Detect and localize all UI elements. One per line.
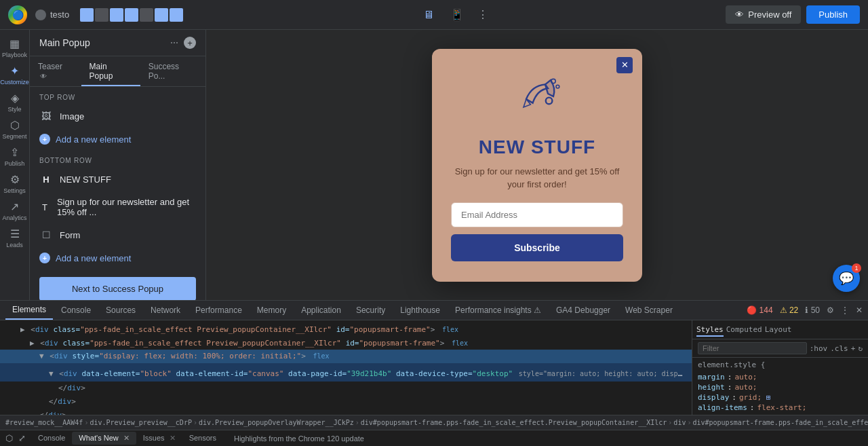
add-top-row-label: Add a new element <box>56 134 131 145</box>
sidebar-item-settings[interactable]: ⚙ Settings <box>3 171 27 196</box>
main-area: ▦ Playbook ✦ Customize ◈ Style ⬡ Segment… <box>0 30 868 300</box>
styles-tab-styles[interactable]: Styles <box>696 325 724 337</box>
html-line-5: </div> <box>0 382 692 395</box>
styles-tab-layout[interactable]: Layout <box>765 325 792 337</box>
html-line-3[interactable]: ▼ <div style="display: flex; width: 100%… <box>0 350 692 363</box>
popup-close-button[interactable]: ✕ <box>616 57 633 73</box>
devtools-tab-performance[interactable]: Performance <box>189 301 249 319</box>
next-to-success-popup-button[interactable]: Next to Success Popup <box>39 277 196 300</box>
devtools-tab-perf-insights[interactable]: Performance insights ⚠ <box>448 301 548 319</box>
path-item-0[interactable]: #review_mock__AAW4f <box>5 419 83 426</box>
styles-filter-cls[interactable]: .cls <box>830 344 848 353</box>
add-top-row-icon: + <box>39 134 50 145</box>
sidebar-item-leads[interactable]: ☰ Leads <box>3 225 27 250</box>
devtools-warning-badge: ⚠ 22 <box>780 305 799 315</box>
layout-btn-7[interactable] <box>170 8 183 22</box>
sidebar-item-analytics[interactable]: ↗ Analytics <box>3 198 27 223</box>
path-item-4[interactable]: div <box>673 419 686 426</box>
add-top-row-element[interactable]: + Add a new element <box>30 128 205 150</box>
layout-btn-3[interactable] <box>110 8 123 22</box>
close-whats-new[interactable]: ✕ <box>123 434 130 442</box>
sidebar-label-settings: Settings <box>3 187 26 194</box>
popup-subtitle: Sign up for our newsletter and get 15% o… <box>451 165 623 191</box>
panel-item-heading[interactable]: H NEW STUFF <box>30 167 205 191</box>
popup-email-input[interactable] <box>451 202 623 227</box>
icon-sidebar: ▦ Playbook ✦ Customize ◈ Style ⬡ Segment… <box>0 30 30 300</box>
close-issues[interactable]: ✕ <box>170 434 176 442</box>
devtools-info-badge: ℹ 50 <box>805 305 820 315</box>
path-item-2[interactable]: div.Preview_popupOverlayWrapper__JCkPz <box>199 419 354 426</box>
add-bottom-row-element[interactable]: + Add a new element <box>30 247 205 269</box>
styles-filter-input[interactable] <box>698 342 807 354</box>
devtools-settings-icon[interactable]: ⚙ <box>827 305 834 315</box>
devtools-dock-icon[interactable]: ⬡ <box>5 433 13 443</box>
layout-btn-2[interactable] <box>95 8 108 22</box>
collapse-arrow-4[interactable]: ▼ <box>49 369 54 378</box>
devtools-tab-webscraper[interactable]: Web Scraper <box>618 301 679 319</box>
tab-success-popup[interactable]: Success Po... <box>140 56 205 86</box>
styles-filter-plus[interactable]: + <box>851 344 856 353</box>
leads-icon: ☰ <box>10 227 20 240</box>
popup-subscribe-button[interactable]: Subscribe <box>451 234 623 261</box>
bottom-tab-issues[interactable]: Issues ✕ <box>136 432 182 445</box>
html-line-4[interactable]: ▼ <div data-element="block" data-element… <box>0 363 692 382</box>
collapse-arrow-3[interactable]: ▼ <box>39 352 44 360</box>
panel-item-text[interactable]: T Sign up for our newsletter and get 15%… <box>30 191 205 223</box>
devtools-expand-icon[interactable]: ⤢ <box>18 433 26 443</box>
path-item-3[interactable]: div#popupsmart-frame.pps-fade_in_scale_e… <box>361 419 667 426</box>
tab-teaser[interactable]: Teaser 👁 <box>30 56 81 86</box>
style-icon: ◈ <box>11 92 19 105</box>
sidebar-item-customize[interactable]: ✦ Customize <box>3 62 27 87</box>
sidebar-item-style[interactable]: ◈ Style <box>3 90 27 114</box>
bottom-tab-whats-new[interactable]: What's New ✕ <box>72 432 136 445</box>
tab-main-popup[interactable]: Main Popup <box>81 56 140 86</box>
top-bar-actions: 👁 Preview off Publish <box>726 5 860 24</box>
chat-button[interactable]: 💬 1 <box>833 265 860 292</box>
sidebar-label-analytics: Analytics <box>3 215 27 221</box>
publish-button[interactable]: Publish <box>806 5 860 24</box>
more-options-btn[interactable]: ⋮ <box>477 8 488 21</box>
image-label: Image <box>60 111 84 122</box>
bottom-tab-console[interactable]: Console <box>31 432 72 445</box>
panel-item-form[interactable]: ☐ Form <box>30 223 205 247</box>
panel-item-image[interactable]: 🖼 Image <box>30 104 205 128</box>
layout-btn-6[interactable] <box>155 8 168 22</box>
path-item-1[interactable]: div.Preview_preview__cDrP <box>90 419 192 426</box>
sidebar-item-segment[interactable]: ⬡ Segment <box>3 117 27 141</box>
devtools-tab-console[interactable]: Console <box>54 301 98 319</box>
collapse-arrow-2[interactable]: ▶ <box>30 339 35 348</box>
status-bar: ⬡ ⤢ Console What's New ✕ Issues ✕ Sensor… <box>0 430 868 446</box>
preview-off-button[interactable]: 👁 Preview off <box>726 5 801 24</box>
devtools-tab-network[interactable]: Network <box>144 301 187 319</box>
form-label: Form <box>60 230 80 240</box>
styles-filter-hover[interactable]: :hov <box>810 344 828 353</box>
panel-add-icon[interactable]: + <box>184 37 196 49</box>
collapse-arrow-1[interactable]: ▶ <box>20 325 25 334</box>
mobile-device-btn[interactable]: 📱 <box>448 5 467 24</box>
layout-btn-5[interactable] <box>140 8 153 22</box>
svg-point-1 <box>546 97 553 104</box>
sidebar-label-segment: Segment <box>2 133 26 140</box>
panel-more-icon[interactable]: ⋯ <box>170 38 178 48</box>
devtools-tab-memory[interactable]: Memory <box>250 301 293 319</box>
devtools-tab-security[interactable]: Security <box>349 301 392 319</box>
app-logo[interactable]: 🔵 <box>8 5 27 24</box>
layout-btn-4[interactable] <box>125 8 138 22</box>
path-item-5[interactable]: div#popupsmart-frame.pps-fade_in_scale_e… <box>692 419 868 426</box>
sidebar-item-playbook[interactable]: ▦ Playbook <box>3 35 27 60</box>
styles-filter-refresh[interactable]: ↻ <box>858 344 863 353</box>
layout-btn-1[interactable] <box>80 8 94 22</box>
styles-tab-computed[interactable]: Computed <box>726 325 762 337</box>
sidebar-item-publish[interactable]: ⇪ Publish <box>3 144 27 168</box>
bottom-tab-sensors[interactable]: Sensors <box>182 432 223 445</box>
devtools-tab-application[interactable]: Application <box>294 301 348 319</box>
devtools-tab-sources[interactable]: Sources <box>99 301 142 319</box>
devtools-tab-elements[interactable]: Elements <box>5 301 53 320</box>
devtools-tab-ga4[interactable]: GA4 Debugger <box>549 301 617 319</box>
devtools-close-icon[interactable]: ✕ <box>856 305 863 315</box>
devtools-more-icon[interactable]: ⋮ <box>841 305 849 315</box>
devtools-tab-lighthouse[interactable]: Lighthouse <box>393 301 447 319</box>
desktop-device-btn[interactable]: 🖥 <box>420 6 437 24</box>
teaser-eye-icon: 👁 <box>40 73 47 80</box>
image-icon: 🖼 <box>39 109 53 123</box>
